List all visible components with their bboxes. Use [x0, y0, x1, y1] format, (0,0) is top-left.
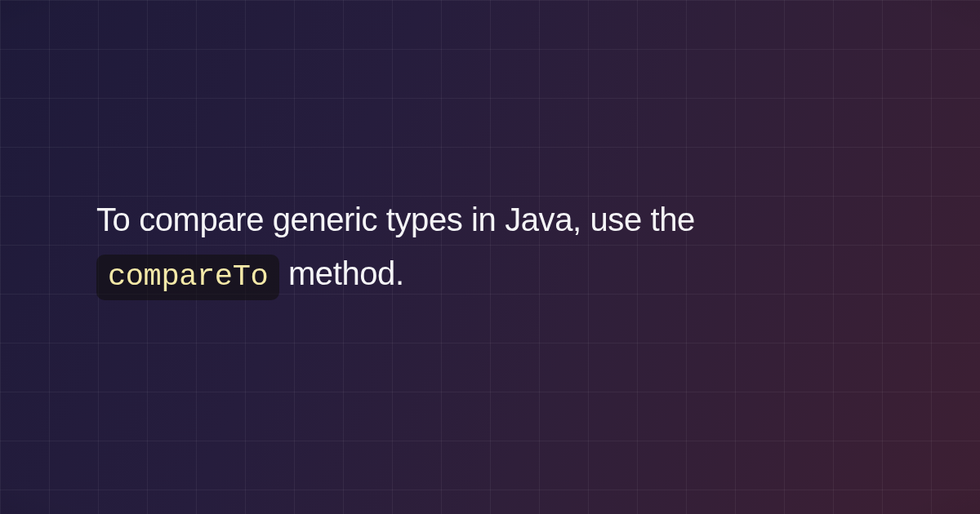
main-text: To compare generic types in Java, use th… — [96, 193, 884, 300]
text-before-code: To compare generic types in Java, use th… — [96, 202, 695, 237]
text-after-code: method. — [279, 255, 403, 291]
inline-code: compareTo — [96, 255, 279, 300]
